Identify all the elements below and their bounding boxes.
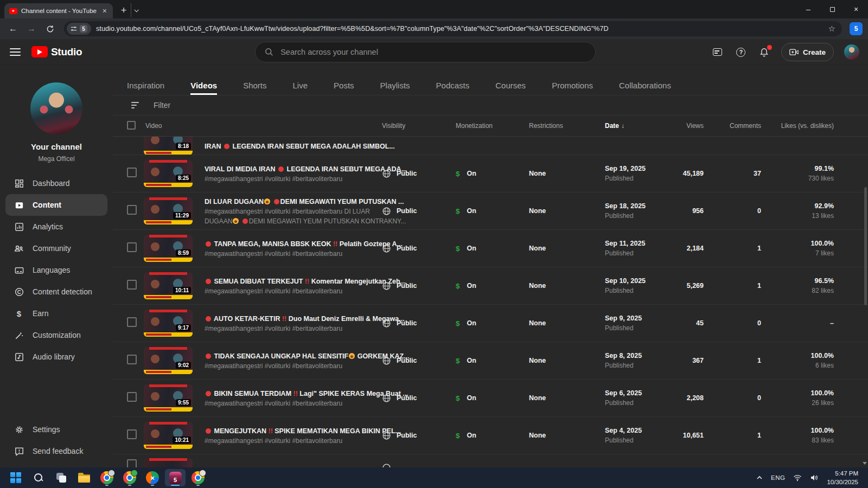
video-thumbnail[interactable]: 8:25 <box>144 160 193 187</box>
video-thumbnail[interactable]: 8:59 <box>144 235 193 262</box>
header-monetization[interactable]: Monetization <box>456 122 529 130</box>
tab-collaborations[interactable]: Collaborations <box>606 76 684 95</box>
tab-courses[interactable]: Courses <box>482 76 539 95</box>
row-checkbox[interactable] <box>127 429 137 439</box>
tab-podcasts[interactable]: Podcasts <box>423 76 483 95</box>
table-row[interactable]: 10:11 SEMUA DIBUAT TERKEJUT !! Komentar … <box>113 267 868 305</box>
notifications-bell-icon[interactable] <box>758 46 771 59</box>
taskbar-x-app-button[interactable]: × <box>142 469 163 486</box>
clock[interactable]: 5:47 PM 10/30/2025 <box>827 469 858 486</box>
create-button[interactable]: Create <box>781 43 834 61</box>
sidebar-item-earn[interactable]: $ Earn <box>0 303 113 324</box>
header-views[interactable]: Views <box>673 122 704 130</box>
select-all-checkbox[interactable] <box>127 121 136 130</box>
video-title[interactable]: VIRAL DI MEDIA IRAN LEGENDA IRAN SEBUT M… <box>205 165 407 173</box>
channel-search-input[interactable] <box>280 48 586 56</box>
channel-avatar[interactable] <box>30 82 82 134</box>
filter-label[interactable]: Filter <box>154 101 170 110</box>
video-title[interactable]: TANPA MEGA, MANISA BBSK KEOK !! Pelatih … <box>205 240 403 248</box>
taskbar-task-view-button[interactable] <box>51 469 72 486</box>
close-button[interactable]: × <box>844 0 868 18</box>
table-row[interactable]: 8:25 VIRAL DI MEDIA IRAN LEGENDA IRAN SE… <box>113 155 868 192</box>
new-tab-button[interactable]: + <box>117 3 131 17</box>
video-thumbnail[interactable]: 10:21 <box>144 422 193 449</box>
header-restrictions[interactable]: Restrictions <box>529 122 605 130</box>
maximize-button[interactable] <box>820 0 844 18</box>
tab-close-icon[interactable]: × <box>101 7 108 15</box>
video-title[interactable]: IRAN LEGENDA IRAN SEBUT MEGA ADALAH SIMB… <box>205 143 395 150</box>
channel-search[interactable] <box>255 42 596 62</box>
volume-icon[interactable] <box>810 473 819 482</box>
tab-inspiration[interactable]: Inspiration <box>127 76 177 95</box>
browser-profile-badge[interactable]: 5 <box>850 22 863 35</box>
url-bar[interactable]: 5 studio.youtube.com/channel/UCo5_cTAyf0… <box>64 21 842 36</box>
sidebar-item-content[interactable]: Content <box>5 194 107 216</box>
video-title[interactable]: TIDAK SENGAJA UNGKAP HAL SENSITIF GORKEM… <box>205 352 410 360</box>
tab-list-chevron[interactable] <box>131 3 141 17</box>
taskbar-chrome-button[interactable] <box>119 469 140 486</box>
table-row-partial-top[interactable]: 8:18 IRAN LEGENDA IRAN SEBUT MEGA ADALAH… <box>113 137 868 155</box>
youtube-studio-logo[interactable]: Studio <box>31 46 82 58</box>
sidebar-item-customization[interactable]: Customization <box>0 324 113 346</box>
sidebar-item-settings[interactable]: Settings <box>0 419 113 440</box>
forward-button[interactable]: → <box>24 21 39 36</box>
video-title[interactable]: SEMUA DIBUAT TERKEJUT !! Komentar Mengej… <box>205 278 406 285</box>
taskbar-start-button[interactable] <box>5 469 26 486</box>
wifi-icon[interactable] <box>793 473 802 482</box>
taskbar-chrome-button[interactable] <box>97 469 117 486</box>
row-checkbox[interactable] <box>127 392 137 402</box>
table-row[interactable]: 9:17 AUTO KETAR-KETIR !! Duo Maut Deniz … <box>113 305 868 342</box>
site-info-chip[interactable]: 5 <box>67 23 91 35</box>
language-indicator[interactable]: ENG <box>771 474 785 481</box>
sidebar-item-content-detection[interactable]: Content detection <box>0 281 113 303</box>
sidebar-item-analytics[interactable]: Analytics <box>0 216 113 237</box>
video-thumbnail[interactable]: 9:02 <box>144 347 193 374</box>
back-button[interactable]: ← <box>5 21 21 36</box>
table-row[interactable]: 9:02 TIDAK SENGAJA UNGKAP HAL SENSITIF G… <box>113 342 868 380</box>
help-icon[interactable]: ? <box>735 46 748 59</box>
account-avatar[interactable] <box>844 44 859 60</box>
taskbar-search-button[interactable] <box>28 469 49 486</box>
header-likes[interactable]: Likes (vs. dislikes) <box>761 122 834 130</box>
taskbar-five-app-button[interactable]: 5 <box>165 469 186 486</box>
video-thumbnail[interactable]: 9:55 <box>144 384 193 412</box>
header-visibility[interactable]: Visibility <box>382 122 456 130</box>
row-checkbox[interactable] <box>127 280 137 290</box>
reload-button[interactable] <box>42 21 58 36</box>
tab-live[interactable]: Live <box>280 76 321 95</box>
row-checkbox[interactable] <box>127 242 137 252</box>
sidebar-item-community[interactable]: Community <box>0 237 113 259</box>
row-checkbox[interactable] <box>127 355 137 364</box>
video-thumbnail[interactable]: 10:11 <box>144 272 193 299</box>
video-title[interactable]: DI LUAR DUGAAN DEMI MEGAWATI YEUM PUTUSK… <box>205 198 404 206</box>
video-title[interactable]: BIKIN SEMUA TERDIAM !! Lagi" SPIKE KERAS… <box>205 390 409 397</box>
tab-posts[interactable]: Posts <box>321 76 367 95</box>
header-date[interactable]: Date↓ <box>605 122 673 130</box>
tab-shorts[interactable]: Shorts <box>230 76 279 95</box>
tab-playlists[interactable]: Playlists <box>367 76 423 95</box>
sidebar-item-dashboard[interactable]: Dashboard <box>0 172 113 194</box>
feedback-comment-icon[interactable] <box>711 46 724 59</box>
tab-videos[interactable]: Videos <box>177 76 230 95</box>
table-row[interactable]: 8:59 TANPA MEGA, MANISA BBSK KEOK !! Pel… <box>113 230 868 267</box>
scrollbar-down-arrow[interactable] <box>863 462 867 465</box>
tab-promotions[interactable]: Promotions <box>539 76 606 95</box>
video-thumbnail[interactable]: 11:29 <box>144 197 193 224</box>
row-checkbox[interactable] <box>127 317 137 327</box>
filter-icon[interactable] <box>131 102 139 108</box>
menu-icon[interactable] <box>10 48 21 56</box>
minimize-button[interactable]: – <box>796 0 820 18</box>
header-video[interactable]: Video <box>144 122 382 130</box>
taskbar-chrome-button[interactable] <box>188 469 208 486</box>
sidebar-item-send-feedback[interactable]: Send feedback <box>0 440 113 462</box>
row-checkbox[interactable] <box>127 205 137 215</box>
scrollbar[interactable] <box>864 187 867 305</box>
table-row[interactable]: 11:29 DI LUAR DUGAAN DEMI MEGAWATI YEUM … <box>113 192 868 230</box>
row-checkbox[interactable] <box>127 459 137 467</box>
video-title[interactable]: MENGEJUTKAN !! SPIKE MEMATIKAN MEGA BIKI… <box>205 427 401 435</box>
bookmark-star-icon[interactable]: ☆ <box>825 24 839 34</box>
hidden-icons-chevron[interactable] <box>756 476 763 480</box>
header-comments[interactable]: Comments <box>704 122 761 130</box>
table-row-partial-bottom[interactable] <box>113 454 868 467</box>
sidebar-item-languages[interactable]: Languages <box>0 259 113 281</box>
